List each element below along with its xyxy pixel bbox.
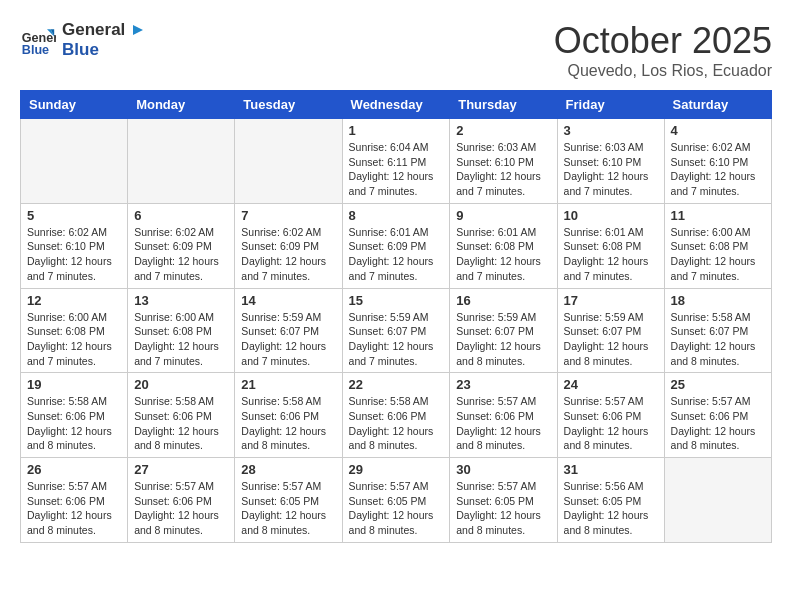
calendar-day-cell: 4Sunrise: 6:02 AM Sunset: 6:10 PM Daylig… (664, 119, 771, 204)
calendar-day-cell: 25Sunrise: 5:57 AM Sunset: 6:06 PM Dayli… (664, 373, 771, 458)
calendar-day-cell: 30Sunrise: 5:57 AM Sunset: 6:05 PM Dayli… (450, 458, 557, 543)
calendar-day-cell: 31Sunrise: 5:56 AM Sunset: 6:05 PM Dayli… (557, 458, 664, 543)
day-number: 27 (134, 462, 228, 477)
calendar-day-cell (128, 119, 235, 204)
calendar-day-cell: 22Sunrise: 5:58 AM Sunset: 6:06 PM Dayli… (342, 373, 450, 458)
month-title: October 2025 (554, 20, 772, 62)
calendar-day-cell: 8Sunrise: 6:01 AM Sunset: 6:09 PM Daylig… (342, 203, 450, 288)
day-info: Sunrise: 5:57 AM Sunset: 6:06 PM Dayligh… (27, 479, 121, 538)
day-number: 13 (134, 293, 228, 308)
calendar-day-cell: 19Sunrise: 5:58 AM Sunset: 6:06 PM Dayli… (21, 373, 128, 458)
day-number: 15 (349, 293, 444, 308)
day-info: Sunrise: 5:59 AM Sunset: 6:07 PM Dayligh… (564, 310, 658, 369)
calendar-day-cell: 23Sunrise: 5:57 AM Sunset: 6:06 PM Dayli… (450, 373, 557, 458)
day-number: 2 (456, 123, 550, 138)
day-number: 6 (134, 208, 228, 223)
svg-text:Blue: Blue (22, 43, 49, 57)
day-info: Sunrise: 5:57 AM Sunset: 6:06 PM Dayligh… (134, 479, 228, 538)
calendar-table: SundayMondayTuesdayWednesdayThursdayFrid… (20, 90, 772, 543)
calendar-day-cell: 9Sunrise: 6:01 AM Sunset: 6:08 PM Daylig… (450, 203, 557, 288)
calendar-day-cell: 12Sunrise: 6:00 AM Sunset: 6:08 PM Dayli… (21, 288, 128, 373)
day-info: Sunrise: 5:56 AM Sunset: 6:05 PM Dayligh… (564, 479, 658, 538)
calendar-day-cell (664, 458, 771, 543)
day-info: Sunrise: 6:00 AM Sunset: 6:08 PM Dayligh… (134, 310, 228, 369)
calendar-day-cell (235, 119, 342, 204)
day-info: Sunrise: 5:58 AM Sunset: 6:07 PM Dayligh… (671, 310, 765, 369)
day-info: Sunrise: 6:01 AM Sunset: 6:08 PM Dayligh… (564, 225, 658, 284)
day-info: Sunrise: 6:03 AM Sunset: 6:10 PM Dayligh… (456, 140, 550, 199)
calendar-day-cell: 20Sunrise: 5:58 AM Sunset: 6:06 PM Dayli… (128, 373, 235, 458)
day-number: 3 (564, 123, 658, 138)
location-subtitle: Quevedo, Los Rios, Ecuador (554, 62, 772, 80)
day-number: 10 (564, 208, 658, 223)
day-number: 25 (671, 377, 765, 392)
calendar-header-row: SundayMondayTuesdayWednesdayThursdayFrid… (21, 91, 772, 119)
calendar-header-thursday: Thursday (450, 91, 557, 119)
day-info: Sunrise: 6:01 AM Sunset: 6:08 PM Dayligh… (456, 225, 550, 284)
day-number: 1 (349, 123, 444, 138)
calendar-day-cell: 11Sunrise: 6:00 AM Sunset: 6:08 PM Dayli… (664, 203, 771, 288)
day-info: Sunrise: 5:57 AM Sunset: 6:06 PM Dayligh… (456, 394, 550, 453)
day-number: 9 (456, 208, 550, 223)
day-number: 8 (349, 208, 444, 223)
day-info: Sunrise: 6:04 AM Sunset: 6:11 PM Dayligh… (349, 140, 444, 199)
day-number: 30 (456, 462, 550, 477)
calendar-day-cell: 15Sunrise: 5:59 AM Sunset: 6:07 PM Dayli… (342, 288, 450, 373)
calendar-day-cell: 6Sunrise: 6:02 AM Sunset: 6:09 PM Daylig… (128, 203, 235, 288)
calendar-day-cell: 26Sunrise: 5:57 AM Sunset: 6:06 PM Dayli… (21, 458, 128, 543)
day-number: 16 (456, 293, 550, 308)
day-info: Sunrise: 5:59 AM Sunset: 6:07 PM Dayligh… (241, 310, 335, 369)
day-number: 12 (27, 293, 121, 308)
calendar-day-cell: 14Sunrise: 5:59 AM Sunset: 6:07 PM Dayli… (235, 288, 342, 373)
calendar-day-cell: 21Sunrise: 5:58 AM Sunset: 6:06 PM Dayli… (235, 373, 342, 458)
logo-blue: Blue (62, 40, 147, 60)
day-info: Sunrise: 6:02 AM Sunset: 6:10 PM Dayligh… (671, 140, 765, 199)
calendar-header-monday: Monday (128, 91, 235, 119)
calendar-week-row: 12Sunrise: 6:00 AM Sunset: 6:08 PM Dayli… (21, 288, 772, 373)
calendar-week-row: 1Sunrise: 6:04 AM Sunset: 6:11 PM Daylig… (21, 119, 772, 204)
calendar-day-cell (21, 119, 128, 204)
day-info: Sunrise: 5:58 AM Sunset: 6:06 PM Dayligh… (134, 394, 228, 453)
day-number: 29 (349, 462, 444, 477)
day-number: 7 (241, 208, 335, 223)
day-number: 17 (564, 293, 658, 308)
logo-arrow-icon (129, 21, 147, 39)
day-number: 18 (671, 293, 765, 308)
day-info: Sunrise: 5:58 AM Sunset: 6:06 PM Dayligh… (241, 394, 335, 453)
logo-general: General (62, 20, 125, 40)
header: General Blue General Blue October 2025 Q… (20, 20, 772, 80)
day-info: Sunrise: 6:02 AM Sunset: 6:09 PM Dayligh… (134, 225, 228, 284)
day-number: 24 (564, 377, 658, 392)
day-info: Sunrise: 6:01 AM Sunset: 6:09 PM Dayligh… (349, 225, 444, 284)
day-info: Sunrise: 5:59 AM Sunset: 6:07 PM Dayligh… (349, 310, 444, 369)
calendar-day-cell: 28Sunrise: 5:57 AM Sunset: 6:05 PM Dayli… (235, 458, 342, 543)
day-number: 31 (564, 462, 658, 477)
calendar-day-cell: 17Sunrise: 5:59 AM Sunset: 6:07 PM Dayli… (557, 288, 664, 373)
day-number: 21 (241, 377, 335, 392)
calendar-header-sunday: Sunday (21, 91, 128, 119)
calendar-week-row: 5Sunrise: 6:02 AM Sunset: 6:10 PM Daylig… (21, 203, 772, 288)
calendar-day-cell: 1Sunrise: 6:04 AM Sunset: 6:11 PM Daylig… (342, 119, 450, 204)
day-info: Sunrise: 5:58 AM Sunset: 6:06 PM Dayligh… (27, 394, 121, 453)
title-area: October 2025 Quevedo, Los Rios, Ecuador (554, 20, 772, 80)
day-number: 26 (27, 462, 121, 477)
calendar-day-cell: 27Sunrise: 5:57 AM Sunset: 6:06 PM Dayli… (128, 458, 235, 543)
day-number: 14 (241, 293, 335, 308)
day-info: Sunrise: 6:02 AM Sunset: 6:09 PM Dayligh… (241, 225, 335, 284)
logo: General Blue General Blue (20, 20, 147, 60)
day-info: Sunrise: 6:02 AM Sunset: 6:10 PM Dayligh… (27, 225, 121, 284)
calendar-day-cell: 5Sunrise: 6:02 AM Sunset: 6:10 PM Daylig… (21, 203, 128, 288)
day-number: 19 (27, 377, 121, 392)
day-info: Sunrise: 5:57 AM Sunset: 6:06 PM Dayligh… (671, 394, 765, 453)
calendar-day-cell: 24Sunrise: 5:57 AM Sunset: 6:06 PM Dayli… (557, 373, 664, 458)
calendar-day-cell: 29Sunrise: 5:57 AM Sunset: 6:05 PM Dayli… (342, 458, 450, 543)
calendar-header-wednesday: Wednesday (342, 91, 450, 119)
calendar-day-cell: 7Sunrise: 6:02 AM Sunset: 6:09 PM Daylig… (235, 203, 342, 288)
day-number: 11 (671, 208, 765, 223)
calendar-day-cell: 3Sunrise: 6:03 AM Sunset: 6:10 PM Daylig… (557, 119, 664, 204)
day-number: 28 (241, 462, 335, 477)
day-info: Sunrise: 5:57 AM Sunset: 6:05 PM Dayligh… (241, 479, 335, 538)
calendar-header-tuesday: Tuesday (235, 91, 342, 119)
day-info: Sunrise: 5:57 AM Sunset: 6:05 PM Dayligh… (349, 479, 444, 538)
day-number: 20 (134, 377, 228, 392)
